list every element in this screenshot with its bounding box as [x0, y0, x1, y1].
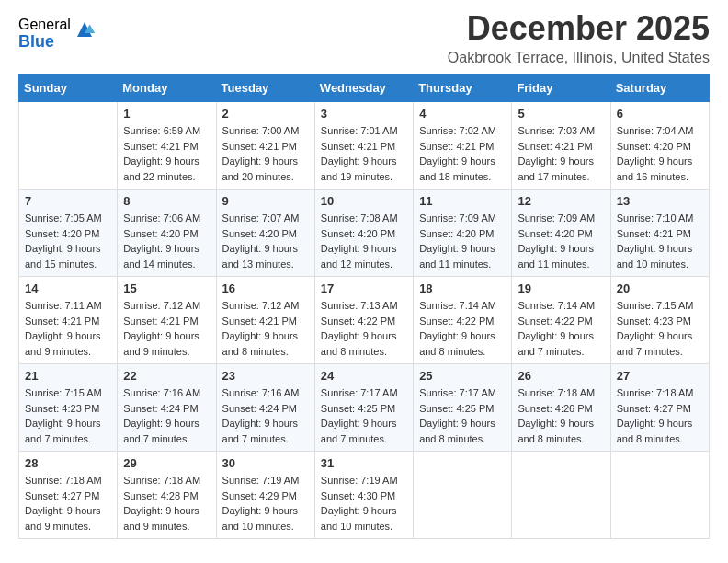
- logo-blue: Blue: [18, 33, 71, 52]
- month-title: December 2025: [448, 9, 710, 48]
- sunset-text: Sunset: 4:30 PM: [321, 490, 395, 501]
- day-info: Sunrise: 7:18 AM Sunset: 4:28 PM Dayligh…: [123, 473, 210, 534]
- sunrise-text: Sunrise: 7:11 AM: [25, 300, 102, 311]
- day-info: Sunrise: 7:18 AM Sunset: 4:26 PM Dayligh…: [518, 385, 604, 446]
- table-row: 14 Sunrise: 7:11 AM Sunset: 4:21 PM Dayl…: [19, 277, 118, 364]
- sunrise-text: Sunrise: 7:18 AM: [123, 475, 200, 486]
- logo-general: General: [18, 17, 71, 33]
- day-number: 9: [222, 194, 309, 208]
- day-info: Sunrise: 7:06 AM Sunset: 4:20 PM Dayligh…: [123, 211, 210, 271]
- sunrise-text: Sunrise: 7:17 AM: [321, 387, 398, 398]
- daylight-text: Daylight: 9 hours and 9 minutes.: [25, 330, 101, 357]
- daylight-text: Daylight: 9 hours and 15 minutes.: [25, 243, 101, 270]
- day-info: Sunrise: 7:19 AM Sunset: 4:29 PM Dayligh…: [222, 473, 309, 534]
- daylight-text: Daylight: 9 hours and 14 minutes.: [123, 243, 199, 270]
- day-number: 28: [25, 456, 111, 470]
- day-info: Sunrise: 7:15 AM Sunset: 4:23 PM Dayligh…: [25, 385, 111, 446]
- day-number: 1: [123, 107, 210, 121]
- day-number: 8: [123, 194, 210, 208]
- col-wednesday: Wednesday: [314, 75, 413, 102]
- day-number: 6: [617, 107, 703, 121]
- col-thursday: Thursday: [414, 75, 512, 102]
- calendar-week-3: 14 Sunrise: 7:11 AM Sunset: 4:21 PM Dayl…: [19, 277, 710, 364]
- day-number: 21: [25, 369, 111, 383]
- sunset-text: Sunset: 4:23 PM: [617, 316, 691, 327]
- table-row: 4 Sunrise: 7:02 AM Sunset: 4:21 PM Dayli…: [414, 102, 512, 190]
- daylight-text: Daylight: 9 hours and 7 minutes.: [222, 418, 299, 444]
- day-number: 29: [123, 456, 210, 470]
- sunset-text: Sunset: 4:22 PM: [419, 316, 494, 327]
- location-subtitle: Oakbrook Terrace, Illinois, United State…: [448, 50, 710, 66]
- sunrise-text: Sunrise: 7:04 AM: [617, 125, 694, 136]
- daylight-text: Daylight: 9 hours and 10 minutes.: [617, 243, 693, 270]
- daylight-text: Daylight: 9 hours and 10 minutes.: [321, 505, 397, 532]
- day-number: 23: [222, 369, 309, 383]
- sunset-text: Sunset: 4:22 PM: [518, 316, 592, 327]
- day-number: 15: [123, 282, 210, 295]
- sunset-text: Sunset: 4:28 PM: [123, 490, 198, 501]
- sunrise-text: Sunrise: 7:09 AM: [419, 213, 496, 224]
- day-info: Sunrise: 7:10 AM Sunset: 4:21 PM Dayligh…: [617, 211, 703, 271]
- calendar-week-2: 7 Sunrise: 7:05 AM Sunset: 4:20 PM Dayli…: [19, 190, 710, 277]
- table-row: 30 Sunrise: 7:19 AM Sunset: 4:29 PM Dayl…: [216, 452, 314, 539]
- day-info: Sunrise: 7:12 AM Sunset: 4:21 PM Dayligh…: [123, 298, 210, 359]
- sunrise-text: Sunrise: 7:16 AM: [123, 387, 200, 398]
- day-number: 14: [25, 282, 111, 295]
- table-row: 1 Sunrise: 6:59 AM Sunset: 4:21 PM Dayli…: [118, 102, 216, 190]
- daylight-text: Daylight: 9 hours and 7 minutes.: [518, 330, 594, 357]
- day-info: Sunrise: 7:08 AM Sunset: 4:20 PM Dayligh…: [321, 211, 407, 271]
- sunrise-text: Sunrise: 7:03 AM: [518, 125, 595, 136]
- day-info: Sunrise: 6:59 AM Sunset: 4:21 PM Dayligh…: [123, 123, 210, 184]
- daylight-text: Daylight: 9 hours and 16 minutes.: [617, 155, 693, 182]
- day-number: 17: [321, 282, 407, 295]
- daylight-text: Daylight: 9 hours and 20 minutes.: [222, 155, 299, 182]
- sunset-text: Sunset: 4:21 PM: [222, 316, 297, 327]
- sunrise-text: Sunrise: 7:08 AM: [321, 213, 398, 224]
- daylight-text: Daylight: 9 hours and 7 minutes.: [617, 330, 693, 357]
- daylight-text: Daylight: 9 hours and 9 minutes.: [123, 330, 199, 357]
- table-row: 19 Sunrise: 7:14 AM Sunset: 4:22 PM Dayl…: [512, 277, 610, 364]
- day-info: Sunrise: 7:12 AM Sunset: 4:21 PM Dayligh…: [222, 298, 309, 359]
- day-number: 27: [617, 369, 703, 383]
- sunrise-text: Sunrise: 7:18 AM: [25, 475, 102, 486]
- page-header: General Blue December 2025 Oakbrook Terr…: [18, 9, 710, 66]
- table-row: 9 Sunrise: 7:07 AM Sunset: 4:20 PM Dayli…: [216, 190, 314, 277]
- daylight-text: Daylight: 9 hours and 7 minutes.: [25, 418, 101, 444]
- sunrise-text: Sunrise: 7:13 AM: [321, 300, 398, 311]
- day-info: Sunrise: 7:00 AM Sunset: 4:21 PM Dayligh…: [222, 123, 309, 184]
- sunrise-text: Sunrise: 7:14 AM: [419, 300, 496, 311]
- daylight-text: Daylight: 9 hours and 8 minutes.: [518, 418, 594, 444]
- logo-text: General Blue: [18, 17, 71, 51]
- table-row: 2 Sunrise: 7:00 AM Sunset: 4:21 PM Dayli…: [216, 102, 314, 190]
- sunrise-text: Sunrise: 7:19 AM: [321, 475, 398, 486]
- day-number: 18: [419, 282, 506, 295]
- table-row: [19, 102, 118, 190]
- daylight-text: Daylight: 9 hours and 19 minutes.: [321, 155, 397, 182]
- day-number: 3: [321, 107, 407, 121]
- sunset-text: Sunset: 4:27 PM: [25, 490, 99, 501]
- table-row: 17 Sunrise: 7:13 AM Sunset: 4:22 PM Dayl…: [314, 277, 413, 364]
- day-info: Sunrise: 7:18 AM Sunset: 4:27 PM Dayligh…: [617, 385, 703, 446]
- sunset-text: Sunset: 4:25 PM: [321, 403, 395, 414]
- day-number: 13: [617, 194, 703, 208]
- day-number: 30: [222, 456, 309, 470]
- sunset-text: Sunset: 4:21 PM: [123, 141, 198, 152]
- day-number: 31: [321, 456, 407, 470]
- day-info: Sunrise: 7:16 AM Sunset: 4:24 PM Dayligh…: [222, 385, 309, 446]
- day-info: Sunrise: 7:01 AM Sunset: 4:21 PM Dayligh…: [321, 123, 407, 184]
- table-row: 3 Sunrise: 7:01 AM Sunset: 4:21 PM Dayli…: [314, 102, 413, 190]
- sunset-text: Sunset: 4:22 PM: [321, 316, 395, 327]
- header-row: Sunday Monday Tuesday Wednesday Thursday…: [19, 75, 710, 102]
- day-info: Sunrise: 7:05 AM Sunset: 4:20 PM Dayligh…: [25, 211, 111, 271]
- day-number: 26: [518, 369, 604, 383]
- col-monday: Monday: [118, 75, 216, 102]
- day-info: Sunrise: 7:02 AM Sunset: 4:21 PM Dayligh…: [419, 123, 506, 184]
- sunset-text: Sunset: 4:20 PM: [419, 228, 494, 239]
- table-row: 6 Sunrise: 7:04 AM Sunset: 4:20 PM Dayli…: [610, 102, 709, 190]
- daylight-text: Daylight: 9 hours and 8 minutes.: [321, 330, 397, 357]
- sunrise-text: Sunrise: 7:09 AM: [518, 213, 595, 224]
- daylight-text: Daylight: 9 hours and 7 minutes.: [123, 418, 199, 444]
- table-row: 7 Sunrise: 7:05 AM Sunset: 4:20 PM Dayli…: [19, 190, 118, 277]
- col-saturday: Saturday: [610, 75, 709, 102]
- sunrise-text: Sunrise: 7:14 AM: [518, 300, 595, 311]
